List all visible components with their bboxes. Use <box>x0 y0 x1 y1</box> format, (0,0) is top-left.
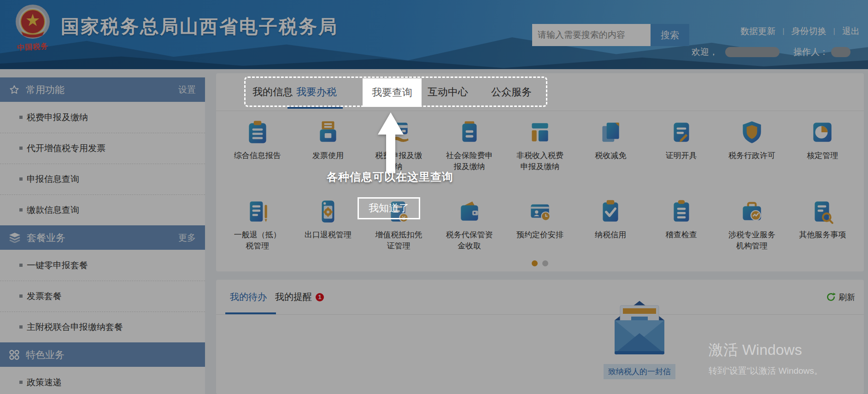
tutorial-message: 各种信息可以在这里查询 <box>327 170 453 184</box>
windows-activation-watermark: 激活 Windows 转到"设置"以激活 Windows。 <box>709 340 823 377</box>
watermark-line1: 激活 Windows <box>709 340 823 360</box>
tutorial-dim-overlay <box>0 0 868 394</box>
watermark-line2: 转到"设置"以激活 Windows。 <box>709 365 823 377</box>
tutorial-confirm-button[interactable]: 我知道了 <box>358 197 420 219</box>
tutorial-up-arrow <box>378 112 404 173</box>
tutorial-spotlight-tab-my-query[interactable]: 我要查询 <box>363 78 422 107</box>
